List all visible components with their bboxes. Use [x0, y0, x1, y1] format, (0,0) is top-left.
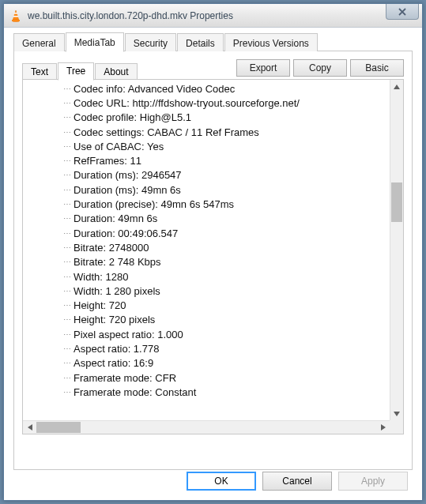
tree-item[interactable]: ⋯Width: 1280: [55, 269, 390, 284]
tree-branch-icon: ⋯: [55, 200, 70, 209]
tree-item[interactable]: ⋯Aspect ratio: 1.778: [55, 341, 390, 355]
tree-item[interactable]: ⋯Duration: 49mn 6s: [55, 212, 390, 226]
tree-item[interactable]: ⋯Framerate mode: CFR: [55, 370, 390, 385]
subtab-tree[interactable]: Tree: [58, 62, 94, 81]
tree-item[interactable]: ⋯Duration: 00:49:06.547: [55, 226, 390, 240]
svg-marker-5: [394, 412, 400, 416]
tree-item[interactable]: ⋯Height: 720 pixels: [55, 313, 390, 327]
subtab-text[interactable]: Text: [22, 63, 57, 80]
tree-branch-icon: ⋯: [55, 128, 70, 137]
svg-marker-0: [13, 10, 19, 21]
tree-item[interactable]: ⋯RefFrames: 11: [55, 153, 390, 167]
tree-item[interactable]: ⋯Framerate mode: Constant: [55, 385, 390, 399]
tree-item[interactable]: ⋯Duration (precise): 49mn 6s 547ms: [55, 197, 390, 211]
apply-button: Apply: [338, 472, 408, 491]
tab-panel: Text Tree About Export Copy Basic ⋯Codec…: [13, 51, 413, 470]
cancel-button[interactable]: Cancel: [262, 472, 332, 491]
window-title: we.built.this.city.london.720p-dhd.mkv P…: [28, 10, 420, 21]
basic-button[interactable]: Basic: [350, 59, 404, 77]
tree-scroll-area[interactable]: ⋯Codec info: Advanced Video Codec ⋯Codec…: [23, 80, 390, 420]
tab-previous-versions[interactable]: Previous Versions: [224, 33, 318, 51]
content-area: General MediaTab Security Details Previo…: [4, 28, 422, 470]
vertical-scroll-thumb[interactable]: [391, 182, 402, 222]
tree-branch-icon: ⋯: [55, 243, 70, 252]
horizontal-scroll-thumb[interactable]: [36, 422, 81, 433]
tree-item[interactable]: ⋯Codec settings: CABAC / 11 Ref Frames: [55, 125, 390, 139]
tree-branch-icon: ⋯: [55, 99, 70, 107]
tab-details[interactable]: Details: [177, 33, 224, 51]
svg-rect-1: [14, 13, 17, 14]
tab-mediatab[interactable]: MediaTab: [66, 32, 124, 52]
action-buttons: Export Copy Basic: [236, 59, 404, 77]
tree-branch-icon: ⋯: [55, 156, 70, 165]
tree-item[interactable]: ⋯Bitrate: 2748000: [55, 240, 390, 254]
tab-general[interactable]: General: [13, 33, 65, 51]
tree-view: ⋯Codec info: Advanced Video Codec ⋯Codec…: [22, 79, 404, 434]
tree-branch-icon: ⋯: [55, 359, 70, 367]
tree-branch-icon: ⋯: [55, 374, 70, 382]
tree-branch-icon: ⋯: [55, 85, 70, 93]
svg-marker-7: [381, 424, 386, 431]
tree-branch-icon: ⋯: [55, 287, 70, 295]
tree-item[interactable]: ⋯Aspect ratio: 16:9: [55, 356, 390, 370]
tab-security[interactable]: Security: [125, 33, 176, 51]
titlebar[interactable]: we.built.this.city.london.720p-dhd.mkv P…: [4, 4, 422, 28]
subtab-about[interactable]: About: [95, 63, 137, 80]
tree-item[interactable]: ⋯Duration (ms): 2946547: [55, 168, 390, 182]
dialog-buttons: OK Cancel Apply: [187, 472, 408, 491]
tree-branch-icon: ⋯: [55, 273, 70, 281]
tree-branch-icon: ⋯: [55, 258, 70, 266]
scroll-right-icon[interactable]: [376, 421, 390, 434]
tree-item[interactable]: ⋯Height: 720: [55, 298, 390, 312]
scroll-corner: [390, 420, 403, 434]
tree-branch-icon: ⋯: [55, 388, 70, 397]
properties-window: we.built.this.city.london.720p-dhd.mkv P…: [3, 3, 423, 501]
tree-branch-icon: ⋯: [55, 301, 70, 310]
tree-item[interactable]: ⋯Bitrate: 2 748 Kbps: [55, 255, 390, 269]
close-button[interactable]: [386, 4, 419, 20]
ok-button[interactable]: OK: [187, 472, 256, 491]
svg-point-3: [12, 19, 20, 21]
export-button[interactable]: Export: [236, 59, 290, 77]
tree-item[interactable]: ⋯Codec profile: High@L5.1: [55, 111, 390, 125]
svg-rect-2: [13, 16, 18, 17]
tree-branch-icon: ⋯: [55, 344, 70, 353]
tree-branch-icon: ⋯: [55, 229, 70, 238]
main-tabs: General MediaTab Security Details Previo…: [13, 32, 413, 51]
tree-item[interactable]: ⋯Use of CABAC: Yes: [55, 139, 390, 153]
svg-marker-4: [394, 85, 400, 89]
tree-branch-icon: ⋯: [55, 113, 70, 122]
tree-item[interactable]: ⋯Width: 1 280 pixels: [55, 284, 390, 298]
copy-button[interactable]: Copy: [293, 59, 347, 77]
tree-item[interactable]: ⋯Duration (ms): 49mn 6s: [55, 182, 390, 197]
tree-branch-icon: ⋯: [55, 214, 70, 223]
scroll-down-icon[interactable]: [390, 407, 403, 420]
sub-tabs: Text Tree About: [22, 62, 138, 80]
tree-branch-icon: ⋯: [55, 186, 70, 194]
vlc-cone-icon: [9, 9, 23, 23]
scroll-left-icon[interactable]: [23, 421, 36, 434]
tree-branch-icon: ⋯: [55, 171, 70, 179]
tree-item[interactable]: ⋯Codec URL: http://ffdshow-tryout.source…: [55, 96, 390, 110]
tree-branch-icon: ⋯: [55, 142, 70, 151]
tree-item[interactable]: ⋯Pixel aspect ratio: 1.000: [55, 327, 390, 341]
tree-branch-icon: ⋯: [55, 315, 70, 324]
close-icon: [398, 8, 406, 16]
tree-branch-icon: ⋯: [55, 330, 70, 339]
scroll-up-icon[interactable]: [390, 80, 403, 93]
horizontal-scrollbar[interactable]: [23, 420, 390, 434]
vertical-scrollbar[interactable]: [390, 80, 403, 420]
svg-marker-6: [28, 424, 32, 431]
tree-item[interactable]: ⋯Codec info: Advanced Video Codec: [55, 81, 390, 96]
